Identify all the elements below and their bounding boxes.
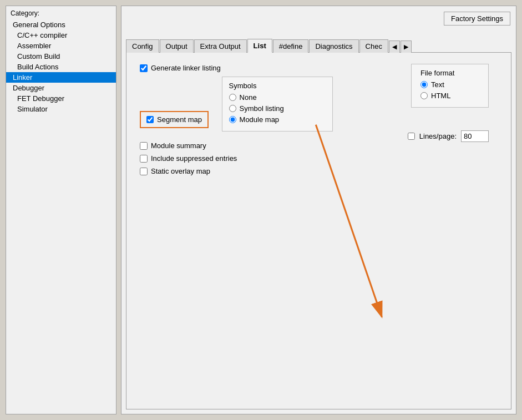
generate-linker-label: Generate linker listing xyxy=(151,64,221,72)
sidebar-item-custom-build[interactable]: Custom Build xyxy=(6,51,116,62)
symbols-module-row: Module map xyxy=(229,115,326,124)
content-area: Generate linker listing Segment map Symb… xyxy=(126,53,511,409)
tab-config[interactable]: Config xyxy=(126,39,159,53)
symbols-none-label: None xyxy=(240,93,257,102)
lines-per-page-checkbox[interactable] xyxy=(408,133,415,140)
lines-per-page-input[interactable] xyxy=(461,130,489,142)
symbols-none-row: None xyxy=(229,93,326,102)
segment-map-label: Segment map xyxy=(157,115,202,124)
module-summary-row: Module summary xyxy=(140,141,498,150)
tab-next-arrow[interactable]: ▶ xyxy=(401,41,412,53)
symbols-listing-radio[interactable] xyxy=(229,105,236,112)
sidebar-item-cpp-compiler[interactable]: C/C++ compiler xyxy=(6,30,116,41)
module-summary-checkbox[interactable] xyxy=(140,142,148,150)
lines-per-page-row: Lines/page: xyxy=(408,130,489,142)
main-panel: Factory Settings ConfigOutputExtra Outpu… xyxy=(121,6,516,414)
symbols-title: Symbols xyxy=(229,82,326,90)
file-format-text-label: Text xyxy=(431,80,444,89)
symbols-module-radio[interactable] xyxy=(229,116,236,123)
sidebar-item-assembler[interactable]: Assembler xyxy=(6,41,116,51)
sidebar-item-debugger[interactable]: Debugger xyxy=(6,83,116,93)
symbols-module-label: Module map xyxy=(240,115,280,124)
sidebar-item-fet-debugger[interactable]: FET Debugger xyxy=(6,93,116,104)
tab-chec[interactable]: Chec xyxy=(359,39,388,53)
file-format-group: File format Text HTML xyxy=(411,64,489,108)
tab-list[interactable]: List xyxy=(247,39,272,53)
sidebar-item-general-options[interactable]: General Options xyxy=(6,19,116,30)
tab-prev-arrow[interactable]: ◀ xyxy=(389,41,400,53)
file-format-title: File format xyxy=(420,69,479,77)
static-overlay-checkbox[interactable] xyxy=(140,168,148,175)
file-format-text-radio[interactable] xyxy=(420,81,428,88)
symbols-none-radio[interactable] xyxy=(229,94,236,101)
sidebar-item-linker[interactable]: Linker xyxy=(6,72,116,83)
include-suppressed-row: Include suppressed entries xyxy=(140,154,498,163)
category-label: Category: xyxy=(6,6,116,19)
tab-diagnostics[interactable]: Diagnostics xyxy=(309,39,358,53)
module-summary-label: Module summary xyxy=(151,141,206,150)
static-overlay-row: Static overlay map xyxy=(140,167,498,175)
file-format-html-radio[interactable] xyxy=(420,92,428,99)
symbols-group: Symbols None Symbol listing Module map xyxy=(222,77,333,131)
sidebar: Category: General OptionsC/C++ compilerA… xyxy=(6,6,116,414)
include-suppressed-checkbox[interactable] xyxy=(140,155,148,163)
segment-map-checkbox[interactable] xyxy=(146,116,154,123)
tabs-bar: ConfigOutputExtra OutputList#defineDiagn… xyxy=(126,38,511,53)
include-suppressed-label: Include suppressed entries xyxy=(151,154,237,163)
factory-settings-button[interactable]: Factory Settings xyxy=(444,12,510,26)
sidebar-item-simulator[interactable]: Simulator xyxy=(6,104,116,114)
symbols-listing-row: Symbol listing xyxy=(229,104,326,113)
static-overlay-label: Static overlay map xyxy=(151,167,210,175)
file-format-text-row: Text xyxy=(420,80,479,89)
segment-map-box: Segment map xyxy=(140,111,209,128)
tab-define[interactable]: #define xyxy=(273,39,309,53)
file-format-html-row: HTML xyxy=(420,92,479,100)
symbols-listing-label: Symbol listing xyxy=(240,104,284,113)
tab-extra-output[interactable]: Extra Output xyxy=(194,39,247,53)
app-container: Category: General OptionsC/C++ compilerA… xyxy=(0,0,522,420)
file-format-html-label: HTML xyxy=(431,92,450,100)
tab-output[interactable]: Output xyxy=(160,39,194,53)
sidebar-item-build-actions[interactable]: Build Actions xyxy=(6,62,116,72)
bottom-checkboxes: Module summary Include suppressed entrie… xyxy=(140,141,498,175)
generate-linker-checkbox[interactable] xyxy=(140,64,148,72)
lines-per-page-label: Lines/page: xyxy=(419,132,457,140)
